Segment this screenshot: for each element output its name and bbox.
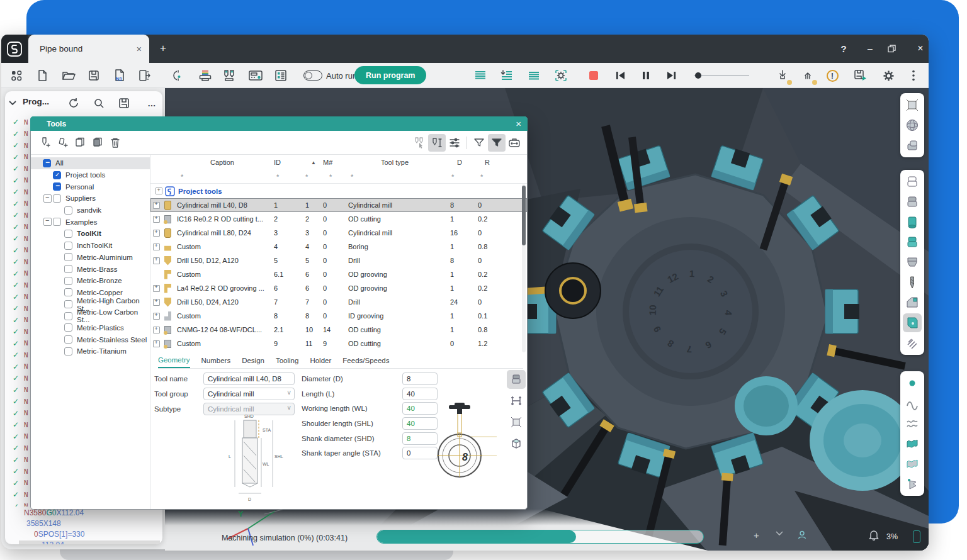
tree-checkbox[interactable] bbox=[64, 300, 72, 308]
code-line-current[interactable]: 112.04 bbox=[19, 540, 160, 544]
save-program-button[interactable] bbox=[118, 96, 132, 110]
geometry-field-input[interactable]: 0 bbox=[402, 447, 438, 459]
tree-checkbox[interactable] bbox=[64, 253, 72, 261]
section-hatch-button[interactable] bbox=[903, 333, 922, 352]
row-expander-icon[interactable] bbox=[153, 313, 160, 320]
tree-item[interactable]: Suppliers bbox=[31, 193, 150, 204]
tree-checkbox[interactable] bbox=[64, 288, 72, 296]
tools-dialog-titlebar[interactable]: Tools × bbox=[30, 116, 528, 131]
add-tool-button[interactable] bbox=[36, 134, 54, 152]
refresh-button[interactable] bbox=[68, 96, 82, 110]
tool-group-select[interactable]: Cylindrical mill bbox=[203, 388, 295, 400]
calculator-button[interactable] bbox=[247, 67, 264, 84]
render-stock-button[interactable] bbox=[903, 136, 922, 155]
magnet-capture-button[interactable] bbox=[167, 67, 183, 84]
tree-item[interactable]: Examples bbox=[31, 216, 150, 228]
table-header-row[interactable]: Caption ID ▲ M# Tool type D R bbox=[150, 155, 527, 170]
detail-tab[interactable]: Design bbox=[242, 352, 264, 368]
tree-checkbox[interactable] bbox=[64, 206, 72, 215]
tool-edit-button[interactable] bbox=[428, 134, 446, 152]
notifications-button[interactable] bbox=[869, 529, 879, 540]
machine-head-button[interactable] bbox=[903, 293, 922, 312]
filter-cell[interactable]: * bbox=[270, 173, 304, 181]
row-expander-icon[interactable] bbox=[153, 216, 160, 223]
machine-part-active-button[interactable] bbox=[903, 313, 922, 332]
tools-dialog-close-button[interactable]: × bbox=[516, 118, 521, 129]
tool-row[interactable]: Custom 8 8 0 ID grooving 1 0.1 bbox=[150, 309, 527, 323]
save-and-run-button[interactable] bbox=[852, 67, 869, 84]
upload-updates-button[interactable] bbox=[800, 67, 816, 84]
window-close-button[interactable]: × bbox=[913, 42, 928, 55]
apps-grid-button[interactable] bbox=[8, 67, 25, 84]
new-file-button[interactable] bbox=[34, 67, 50, 84]
speed-slider[interactable] bbox=[694, 75, 749, 76]
tree-item[interactable]: ToolKit bbox=[31, 228, 150, 240]
pause-button[interactable] bbox=[638, 67, 654, 84]
copy-button[interactable] bbox=[71, 134, 89, 152]
table-group-row[interactable]: Project tools bbox=[150, 184, 527, 198]
tool-row[interactable]: Drill L50, D24, A120 7 7 0 Drill 24 0 bbox=[150, 295, 527, 309]
user-button[interactable] bbox=[797, 530, 807, 540]
tool-row[interactable]: Cylindrical mill L40, D8 1 1 0 Cylindric… bbox=[150, 198, 527, 212]
stock-teal-button[interactable] bbox=[903, 213, 922, 232]
sort-arrow-icon[interactable]: ▲ bbox=[304, 160, 323, 165]
tree-item[interactable]: sandvik bbox=[31, 204, 150, 216]
header-tool-type[interactable]: Tool type bbox=[344, 159, 445, 166]
row-expander-icon[interactable] bbox=[153, 327, 160, 333]
registers-button[interactable] bbox=[273, 67, 289, 84]
code-line[interactable]: 3585X148 bbox=[26, 519, 61, 530]
tree-item[interactable]: InchToolKit bbox=[31, 240, 150, 252]
tree-item[interactable]: Metric-Plastics bbox=[31, 322, 150, 334]
surface-gray-button[interactable] bbox=[903, 454, 922, 473]
detail-tab[interactable]: Feeds/Speeds bbox=[342, 352, 389, 368]
row-expander-icon[interactable] bbox=[153, 244, 160, 250]
adjust-sliders-button[interactable] bbox=[446, 134, 463, 152]
save-button[interactable] bbox=[86, 67, 102, 84]
paste-button[interactable] bbox=[89, 134, 106, 152]
wireframe-view-button[interactable] bbox=[507, 413, 526, 432]
surface-teal-button[interactable] bbox=[903, 434, 922, 453]
search-button[interactable] bbox=[93, 96, 107, 110]
tree-checkbox[interactable] bbox=[53, 194, 61, 203]
add-view-button[interactable]: + bbox=[754, 530, 759, 540]
tree-expander-icon[interactable] bbox=[43, 218, 52, 226]
list-download-button[interactable] bbox=[499, 67, 515, 84]
tool-name-input[interactable]: Cylindrical mill L40, D8 bbox=[203, 372, 295, 385]
header-r[interactable]: R bbox=[474, 159, 500, 166]
tool-row[interactable]: Custom 9 11 9 OD cutting 0 1.2 bbox=[150, 337, 527, 350]
filter-cell[interactable]: * bbox=[323, 173, 344, 181]
geometry-field-input[interactable]: 8 bbox=[402, 372, 438, 385]
filter-cell[interactable]: * bbox=[174, 173, 270, 181]
header-m[interactable]: M# bbox=[323, 159, 344, 166]
geometry-field-input[interactable]: 40 bbox=[402, 417, 438, 430]
detail-tab[interactable]: Numbers bbox=[201, 352, 231, 368]
tree-checkbox[interactable] bbox=[64, 335, 72, 344]
render-plane-button[interactable] bbox=[903, 96, 922, 115]
step-forward-button[interactable] bbox=[664, 67, 680, 84]
tree-item[interactable]: Metric-Titanium bbox=[31, 345, 150, 357]
tool-row[interactable]: IC16 Re0.2 R OD cutting t... 2 2 0 OD cu… bbox=[150, 212, 527, 226]
geometry-field-input[interactable]: 40 bbox=[402, 402, 438, 415]
tree-item[interactable]: Metric-Brass bbox=[31, 263, 150, 275]
tree-item[interactable]: Personal bbox=[31, 181, 150, 193]
selection-settings-button[interactable] bbox=[553, 67, 569, 84]
stop-button[interactable] bbox=[585, 67, 602, 84]
document-tab[interactable]: Pipe bound × bbox=[28, 35, 149, 63]
tree-checkbox[interactable] bbox=[53, 218, 61, 226]
holder-solid-button[interactable] bbox=[903, 193, 922, 211]
tree-item[interactable]: All bbox=[31, 157, 150, 169]
holder-view-button[interactable] bbox=[507, 370, 526, 389]
code-line[interactable]: N3580G0X112.04 bbox=[24, 508, 84, 519]
tool-row[interactable]: Cylindrical mill L80, D24 3 3 0 Cylindri… bbox=[150, 226, 527, 240]
filter-cell[interactable]: * bbox=[445, 173, 474, 181]
path-waves-button[interactable] bbox=[903, 414, 922, 433]
code-line[interactable]: 0SPOS[1]=330 bbox=[34, 530, 84, 540]
tree-item[interactable]: Metric-Low Carbon St... bbox=[31, 310, 150, 322]
render-sphere-button[interactable] bbox=[903, 116, 922, 135]
tool-row[interactable]: La4 Re0.2 R OD grooving ... 6 6 0 OD gro… bbox=[150, 281, 527, 295]
tree-checkbox[interactable] bbox=[53, 171, 61, 179]
step-back-button[interactable] bbox=[612, 67, 628, 84]
tree-checkbox[interactable] bbox=[64, 277, 72, 285]
tree-checkbox[interactable] bbox=[64, 265, 72, 273]
detail-tab[interactable]: Holder bbox=[310, 352, 331, 368]
